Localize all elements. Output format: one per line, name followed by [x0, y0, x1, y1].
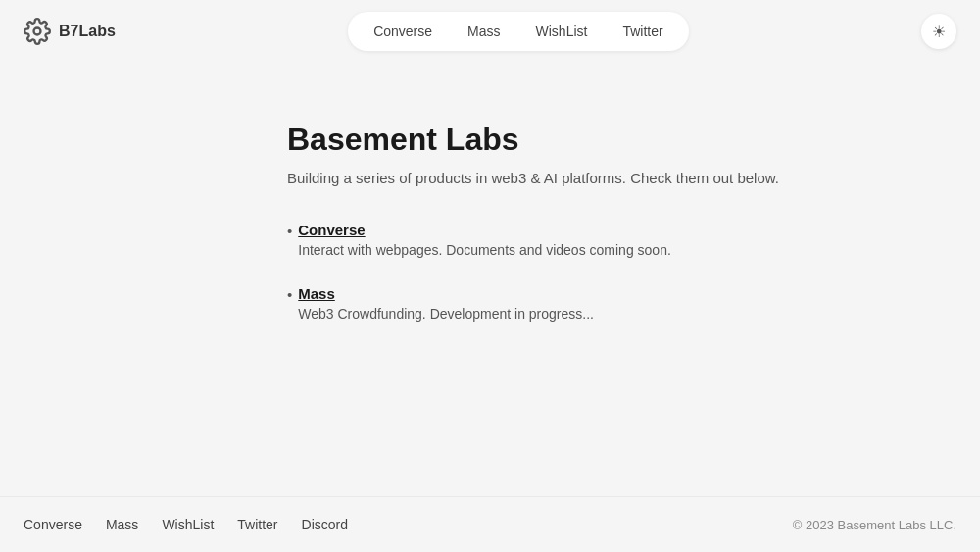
bullet-icon: •	[287, 286, 292, 303]
sun-icon: ☀	[932, 23, 946, 41]
product-description-mass: Web3 Crowdfunding. Development in progre…	[298, 306, 594, 322]
nav-link-twitter[interactable]: Twitter	[607, 18, 678, 45]
footer-link-mass[interactable]: Mass	[106, 517, 138, 532]
logo-text: B7Labs	[59, 23, 116, 40]
svg-point-0	[34, 28, 41, 35]
product-content: Converse Interact with webpages. Documen…	[298, 222, 671, 258]
product-description-converse: Interact with webpages. Documents and vi…	[298, 242, 671, 258]
product-list: • Converse Interact with webpages. Docum…	[287, 222, 980, 322]
product-item-converse: • Converse Interact with webpages. Docum…	[287, 222, 980, 258]
footer-link-wishlist[interactable]: WishList	[162, 517, 214, 532]
gear-icon	[24, 18, 51, 45]
page-subtitle: Building a series of products in web3 & …	[287, 170, 980, 186]
logo-area: B7Labs	[24, 18, 116, 45]
nav-link-converse[interactable]: Converse	[358, 18, 448, 45]
footer-link-converse[interactable]: Converse	[24, 517, 82, 532]
page-title: Basement Labs	[287, 122, 980, 158]
header: B7Labs Converse Mass WishList Twitter ☀	[0, 0, 980, 63]
theme-toggle-button[interactable]: ☀	[921, 14, 956, 49]
bullet-icon: •	[287, 223, 292, 239]
product-item-mass: • Mass Web3 Crowdfunding. Development in…	[287, 285, 980, 322]
product-name-converse[interactable]: Converse	[298, 222, 671, 238]
nav-link-mass[interactable]: Mass	[452, 18, 515, 45]
main-nav: Converse Mass WishList Twitter	[348, 12, 689, 51]
footer-link-twitter[interactable]: Twitter	[237, 517, 277, 532]
footer-links: Converse Mass WishList Twitter Discord	[24, 517, 348, 532]
nav-link-wishlist[interactable]: WishList	[520, 18, 604, 45]
footer-copyright: © 2023 Basement Labs LLC.	[793, 518, 956, 532]
footer: Converse Mass WishList Twitter Discord ©…	[0, 496, 980, 552]
footer-link-discord[interactable]: Discord	[302, 517, 348, 532]
product-name-mass[interactable]: Mass	[298, 285, 594, 302]
main-content: Basement Labs Building a series of produ…	[0, 63, 980, 408]
product-content: Mass Web3 Crowdfunding. Development in p…	[298, 285, 594, 322]
